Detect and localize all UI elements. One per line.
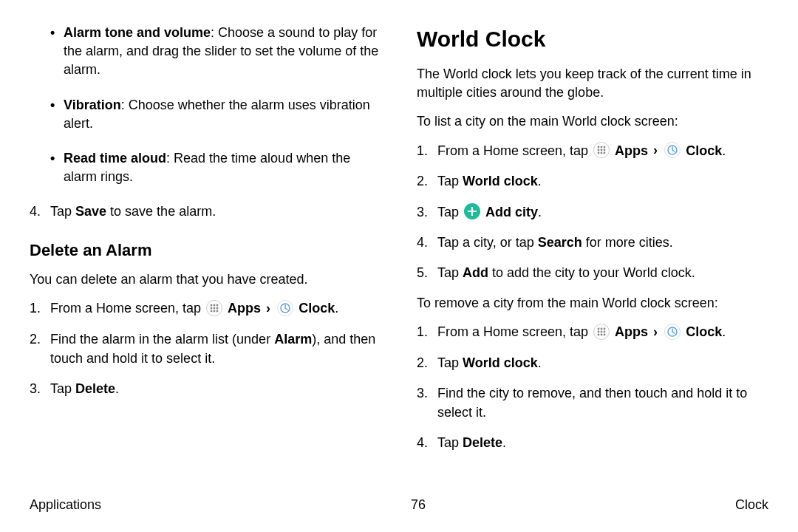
footer-section: Applications [30, 496, 101, 514]
list-step-4: Tap a city, or tap Search for more citie… [437, 233, 768, 252]
period: . [722, 324, 726, 339]
svg-point-3 [211, 307, 213, 309]
svg-point-17 [601, 151, 603, 154]
bullet-lead: Alarm tone and volume [64, 25, 211, 40]
bullet-alarm-tone: Alarm tone and volume: Choose a sound to… [64, 24, 381, 80]
text: Tap a city, or tap [437, 235, 538, 250]
remove-step-4: Tap Delete. [437, 434, 768, 452]
text: Find the alarm in the alarm list (under [50, 332, 274, 347]
svg-point-13 [598, 149, 600, 151]
footer-page-number: 76 [411, 496, 426, 514]
text: From a Home screen, tap [50, 301, 205, 316]
svg-point-0 [211, 304, 213, 306]
period: . [335, 301, 338, 316]
svg-point-27 [601, 333, 603, 335]
text: Tap [50, 381, 75, 396]
text: for more cities. [582, 235, 673, 250]
text: From a Home screen, tap [437, 143, 592, 158]
svg-point-24 [601, 330, 603, 332]
text: to save the alarm. [106, 204, 216, 219]
delete-step-2: Find the alarm in the alarm list (under … [50, 330, 381, 367]
svg-point-16 [598, 151, 600, 154]
svg-point-26 [598, 333, 600, 335]
svg-point-14 [601, 149, 603, 151]
remove-city-intro: To remove a city from the main World clo… [417, 294, 768, 313]
svg-point-7 [214, 310, 216, 312]
text: Tap [437, 265, 463, 280]
step-save: Tap Save to save the alarm. [50, 202, 381, 221]
delete-label: Delete [463, 435, 502, 450]
svg-point-11 [601, 146, 603, 148]
text: to add the city to your World clock. [488, 265, 695, 280]
bullet-vibration: Vibration: Choose whether the alarm uses… [64, 96, 381, 133]
remove-step-1: From a Home screen, tap Apps › Clock. [437, 323, 768, 342]
svg-point-21 [601, 327, 603, 330]
apps-label: Apps [228, 301, 261, 316]
alarm-label: Alarm [274, 332, 312, 347]
footer-topic: Clock [735, 496, 768, 514]
chevron-right-icon: › [266, 299, 270, 318]
remove-step-3: Find the city to remove, and then touch … [437, 384, 768, 421]
add-city-label: Add city [485, 205, 538, 219]
text: From a Home screen, tap [437, 324, 592, 339]
page-columns: Alarm tone and volume: Choose a sound to… [30, 24, 768, 464]
svg-point-12 [604, 146, 606, 148]
apps-label: Apps [615, 143, 648, 158]
plus-icon [464, 203, 480, 219]
text: . [538, 205, 542, 219]
clock-icon [664, 324, 681, 340]
svg-point-2 [216, 304, 219, 306]
list-step-3: Tap Add city. [437, 203, 768, 222]
delete-step-3: Tap Delete. [50, 380, 381, 398]
text: Tap [50, 204, 75, 219]
list-step-1: From a Home screen, tap Apps › Clock. [437, 142, 768, 161]
text: Tap [437, 174, 463, 188]
remove-city-steps: From a Home screen, tap Apps › Clock. Ta… [417, 323, 768, 452]
search-label: Search [538, 235, 582, 250]
delete-step-1: From a Home screen, tap Apps › Clock. [50, 299, 381, 318]
text: Tap [437, 205, 463, 219]
page-footer: Applications 76 Clock [30, 496, 768, 514]
delete-alarm-steps: From a Home screen, tap Apps › Clock. Fi… [30, 299, 381, 398]
chevron-right-icon: › [653, 141, 658, 160]
world-clock-heading: World Clock [417, 24, 768, 55]
apps-label: Apps [615, 324, 648, 339]
svg-point-1 [214, 304, 216, 306]
svg-point-4 [214, 307, 216, 309]
save-label: Save [75, 204, 106, 219]
svg-point-6 [211, 310, 213, 312]
clock-label: Clock [686, 143, 722, 158]
left-column: Alarm tone and volume: Choose a sound to… [30, 24, 381, 464]
add-label: Add [463, 265, 488, 280]
remove-step-2: Tap World clock. [437, 354, 768, 372]
clock-icon [664, 142, 681, 158]
clock-label: Clock [299, 301, 335, 316]
svg-point-28 [604, 333, 606, 335]
svg-point-10 [598, 146, 600, 148]
text: Tap [437, 355, 463, 370]
clock-label: Clock [686, 324, 722, 339]
delete-alarm-intro: You can delete an alarm that you have cr… [30, 270, 381, 289]
apps-icon [593, 142, 610, 158]
delete-alarm-heading: Delete an Alarm [30, 239, 381, 262]
clock-icon [277, 300, 293, 316]
world-clock-intro: The World clock lets you keep track of t… [417, 65, 768, 102]
list-step-2: Tap World clock. [437, 172, 768, 191]
apps-icon [206, 300, 222, 316]
text: Tap [437, 435, 463, 450]
text: . [538, 355, 542, 370]
svg-point-25 [604, 330, 606, 332]
bullet-read-aloud: Read time aloud: Read the time aloud whe… [64, 149, 381, 186]
list-step-5: Tap Add to add the city to your World cl… [437, 264, 768, 282]
list-city-steps: From a Home screen, tap Apps › Clock. Ta… [417, 142, 768, 283]
svg-point-23 [598, 330, 600, 332]
svg-point-8 [216, 310, 219, 312]
svg-point-5 [216, 307, 219, 309]
period: . [722, 143, 726, 158]
svg-point-20 [598, 327, 600, 330]
delete-label: Delete [75, 381, 115, 396]
world-clock-label: World clock [463, 174, 538, 188]
text: Find the city to remove, and then touch … [437, 386, 747, 419]
world-clock-label: World clock [463, 355, 538, 370]
text: . [502, 435, 506, 450]
